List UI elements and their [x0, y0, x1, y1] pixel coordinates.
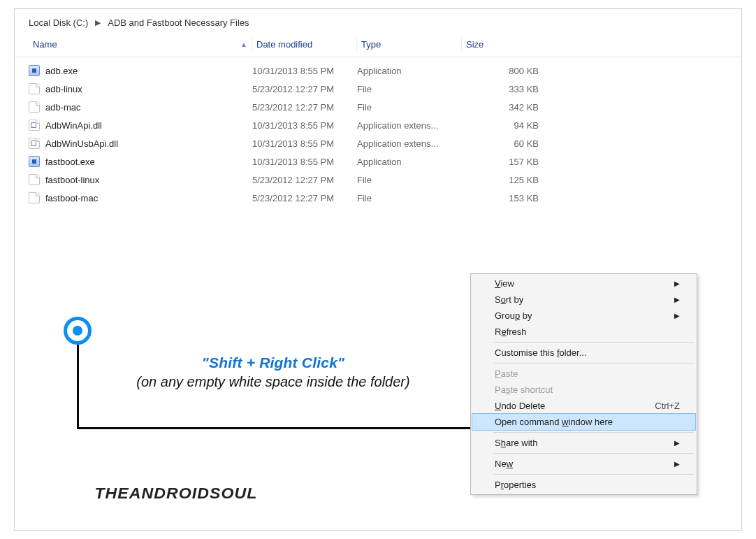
context-menu: View▶Sort by▶Group by▶RefreshCustomise t… — [470, 273, 697, 495]
menu-separator — [493, 342, 694, 343]
table-row[interactable]: adb.exe10/31/2013 8:55 PMApplication800 … — [29, 62, 727, 80]
table-row[interactable]: AdbWinApi.dll10/31/2013 8:55 PMApplicati… — [29, 116, 727, 134]
file-name: AdbWinUsbApi.dll — [45, 138, 118, 149]
annotation-subtitle: (on any empty white space inside the fol… — [99, 374, 448, 390]
file-name: adb.exe — [45, 66, 78, 76]
menu-item-opencmd[interactable]: Open command window here — [472, 413, 696, 431]
menu-separator — [493, 432, 694, 433]
file-icon — [29, 83, 40, 94]
file-type: Application — [357, 66, 462, 76]
file-icon — [29, 101, 40, 113]
file-size: 333 KB — [462, 84, 546, 94]
breadcrumb[interactable]: Local Disk (C:) ▶ ADB and Fastboot Neces… — [15, 9, 741, 34]
menu-item-label: View — [495, 278, 514, 289]
menu-item-groupby[interactable]: Group by▶ — [472, 308, 695, 324]
file-name: fastboot.exe — [45, 157, 95, 167]
leader-line — [77, 345, 79, 429]
menu-item-properties[interactable]: Properties — [472, 477, 695, 493]
menu-item-label: Properties — [495, 480, 536, 490]
file-name-cell: AdbWinApi.dll — [29, 120, 252, 131]
explorer-window: Local Disk (C:) ▶ ADB and Fastboot Neces… — [14, 8, 742, 531]
menu-item-label: Refresh — [495, 326, 527, 337]
exe-icon — [29, 65, 40, 76]
file-size: 125 KB — [462, 175, 546, 185]
file-name-cell: fastboot-mac — [29, 192, 252, 203]
file-size: 153 KB — [462, 193, 546, 203]
file-name: adb-linux — [45, 84, 82, 94]
file-type: File — [357, 84, 462, 94]
dll-icon — [29, 138, 40, 149]
submenu-arrow-icon: ▶ — [674, 460, 680, 468]
click-marker-icon — [64, 317, 92, 345]
file-type: Application — [357, 157, 462, 167]
file-name: fastboot-linux — [45, 175, 99, 185]
menu-separator — [493, 474, 694, 475]
menu-separator — [493, 453, 694, 454]
file-type: Application extens... — [357, 138, 462, 149]
file-icon — [29, 174, 40, 185]
table-row[interactable]: fastboot-mac5/23/2012 12:27 PMFile153 KB — [29, 189, 727, 207]
file-name-cell: fastboot.exe — [29, 156, 252, 167]
dll-icon — [29, 120, 40, 131]
file-name: fastboot-mac — [45, 193, 98, 203]
file-date: 10/31/2013 8:55 PM — [252, 157, 357, 167]
table-row[interactable]: fastboot-linux5/23/2012 12:27 PMFile125 … — [29, 171, 727, 189]
file-list[interactable]: adb.exe10/31/2013 8:55 PMApplication800 … — [15, 57, 741, 211]
menu-item-new[interactable]: New▶ — [472, 456, 695, 472]
breadcrumb-part-folder[interactable]: ADB and Fastboot Necessary Files — [108, 17, 249, 28]
menu-separator — [493, 363, 694, 364]
file-date: 10/31/2013 8:55 PM — [252, 138, 357, 149]
file-size: 60 KB — [462, 138, 546, 149]
table-row[interactable]: adb-mac5/23/2012 12:27 PMFile342 KB — [29, 98, 727, 116]
file-name-cell: adb.exe — [29, 65, 252, 76]
column-label: Name — [33, 39, 57, 50]
file-name: AdbWinApi.dll — [45, 120, 102, 131]
menu-item-view[interactable]: View▶ — [472, 275, 695, 292]
menu-item-label: Group by — [495, 310, 532, 321]
file-date: 5/23/2012 12:27 PM — [252, 193, 357, 203]
menu-item-label: Sort by — [495, 294, 523, 305]
column-header-name[interactable]: Name ▲ — [29, 36, 252, 52]
file-type: Application extens... — [357, 120, 462, 131]
file-date: 5/23/2012 12:27 PM — [252, 102, 357, 113]
sort-ascending-icon: ▲ — [240, 41, 247, 48]
file-date: 10/31/2013 8:55 PM — [252, 120, 357, 131]
table-row[interactable]: AdbWinUsbApi.dll10/31/2013 8:55 PMApplic… — [29, 134, 727, 152]
file-type: File — [357, 193, 462, 203]
file-name-cell: AdbWinUsbApi.dll — [29, 138, 252, 149]
menu-item-sharewith[interactable]: Share with▶ — [472, 435, 695, 451]
menu-item-label: Share with — [495, 438, 537, 448]
file-size: 800 KB — [462, 66, 546, 76]
menu-item-customise[interactable]: Customise this folder... — [472, 345, 695, 361]
file-date: 10/31/2013 8:55 PM — [252, 66, 357, 76]
file-size: 157 KB — [462, 157, 546, 167]
submenu-arrow-icon: ▶ — [674, 439, 680, 447]
menu-item-label: Open command window here — [495, 417, 613, 427]
table-row[interactable]: fastboot.exe10/31/2013 8:55 PMApplicatio… — [29, 152, 727, 171]
submenu-arrow-icon: ▶ — [674, 280, 680, 287]
column-header-size[interactable]: Size — [462, 36, 546, 52]
column-label: Size — [466, 39, 484, 50]
column-label: Date modified — [256, 39, 312, 50]
table-row[interactable]: adb-linux5/23/2012 12:27 PMFile333 KB — [29, 80, 727, 98]
menu-item-sortby[interactable]: Sort by▶ — [472, 292, 695, 308]
file-type: File — [357, 102, 462, 113]
menu-item-label: Paste — [495, 368, 518, 379]
breadcrumb-part-root[interactable]: Local Disk (C:) — [29, 17, 88, 28]
menu-item-label: Customise this folder... — [495, 347, 587, 358]
submenu-arrow-icon: ▶ — [674, 312, 680, 319]
menu-item-paste: Paste — [472, 366, 695, 382]
file-size: 94 KB — [462, 120, 546, 131]
menu-item-refresh[interactable]: Refresh — [472, 324, 695, 340]
annotation: "Shift + Right Click" (on any empty whit… — [99, 354, 448, 390]
submenu-arrow-icon: ▶ — [674, 296, 680, 303]
file-type: File — [357, 175, 462, 185]
column-header-date[interactable]: Date modified — [252, 36, 357, 52]
menu-item-label: Undo Delete — [495, 401, 545, 411]
file-icon — [29, 192, 40, 203]
menu-item-undo[interactable]: Undo DeleteCtrl+Z — [472, 398, 695, 414]
column-header-type[interactable]: Type — [357, 36, 462, 52]
column-headers: Name ▲ Date modified Type Size — [15, 34, 741, 57]
file-name-cell: adb-linux — [29, 83, 252, 94]
annotation-title: "Shift + Right Click" — [99, 354, 448, 371]
